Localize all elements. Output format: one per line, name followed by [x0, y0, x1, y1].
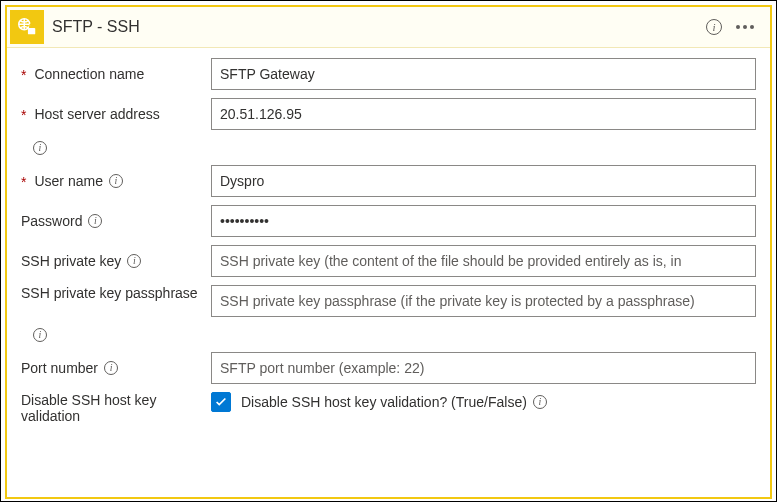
host-info-row: i [33, 138, 756, 155]
label-ssh-passphrase: SSH private key passphrase [21, 285, 211, 301]
required-marker: * [21, 67, 26, 83]
required-marker: * [21, 174, 26, 190]
password-input[interactable] [211, 205, 756, 237]
info-icon[interactable]: i [104, 361, 118, 375]
svg-rect-1 [28, 28, 35, 34]
user-input[interactable] [211, 165, 756, 197]
required-marker: * [21, 107, 26, 123]
info-icon[interactable]: i [33, 141, 47, 155]
disable-validation-checkbox-label: Disable SSH host key validation? (True/F… [241, 394, 547, 410]
label-password: Password i [21, 213, 211, 229]
info-icon[interactable]: i [127, 254, 141, 268]
sftp-icon [10, 10, 44, 44]
sftp-ssh-card: SFTP - SSH i * Connection name * Host se… [5, 5, 772, 499]
info-icon[interactable]: i [88, 214, 102, 228]
port-input[interactable] [211, 352, 756, 384]
info-icon[interactable]: i [533, 395, 547, 409]
host-input[interactable] [211, 98, 756, 130]
label-host: * Host server address [21, 106, 211, 122]
ssh-key-input[interactable] [211, 245, 756, 277]
info-icon[interactable]: i [33, 328, 47, 342]
label-connection-name: * Connection name [21, 66, 211, 82]
info-icon[interactable]: i [706, 19, 722, 35]
passphrase-info-row: i [33, 325, 756, 342]
field-ssh-passphrase: SSH private key passphrase [21, 285, 756, 317]
check-icon [214, 395, 228, 409]
disable-validation-checkbox[interactable] [211, 392, 231, 412]
header-actions: i [706, 19, 762, 35]
label-disable-validation: Disable SSH host key validation [21, 392, 211, 424]
card-header: SFTP - SSH i [7, 7, 770, 47]
ssh-passphrase-input[interactable] [211, 285, 756, 317]
card-title: SFTP - SSH [52, 18, 706, 36]
field-password: Password i [21, 205, 756, 237]
card-body: * Connection name * Host server address … [7, 47, 770, 497]
label-port: Port number i [21, 360, 211, 376]
more-menu-button[interactable] [736, 25, 754, 29]
field-disable-validation: Disable SSH host key validation Disable … [21, 392, 756, 424]
field-user: * User name i [21, 165, 756, 197]
info-icon[interactable]: i [109, 174, 123, 188]
connection-name-input[interactable] [211, 58, 756, 90]
field-ssh-key: SSH private key i [21, 245, 756, 277]
label-user: * User name i [21, 173, 211, 189]
field-connection-name: * Connection name [21, 58, 756, 90]
label-ssh-key: SSH private key i [21, 253, 211, 269]
field-host: * Host server address [21, 98, 756, 130]
field-port: Port number i [21, 352, 756, 384]
